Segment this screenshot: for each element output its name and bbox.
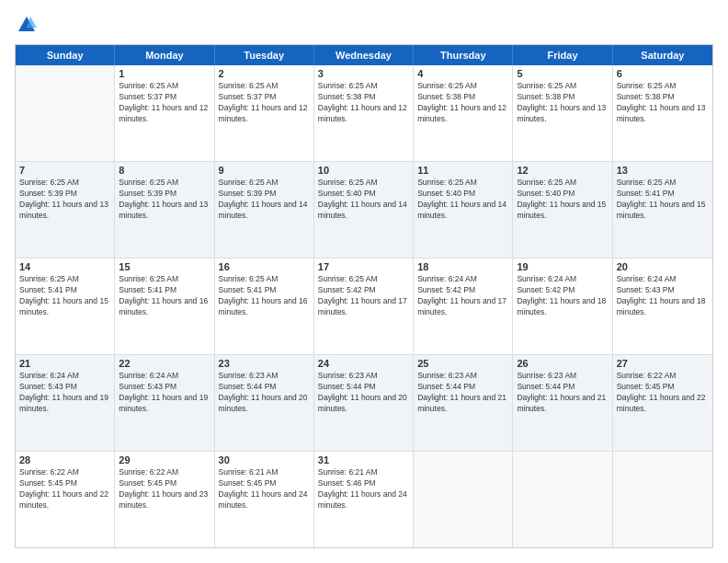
calendar-cell: 20Sunrise: 6:24 AM Sunset: 5:43 PM Dayli… <box>613 259 712 354</box>
day-info: Sunrise: 6:24 AM Sunset: 5:42 PM Dayligh… <box>417 274 508 318</box>
day-info: Sunrise: 6:25 AM Sunset: 5:38 PM Dayligh… <box>417 81 508 125</box>
day-info: Sunrise: 6:25 AM Sunset: 5:38 PM Dayligh… <box>318 81 409 125</box>
calendar-cell: 14Sunrise: 6:25 AM Sunset: 5:41 PM Dayli… <box>16 259 115 354</box>
day-info: Sunrise: 6:25 AM Sunset: 5:39 PM Dayligh… <box>19 178 110 222</box>
calendar-body: 1Sunrise: 6:25 AM Sunset: 5:37 PM Daylig… <box>16 65 712 547</box>
day-info: Sunrise: 6:22 AM Sunset: 5:45 PM Dayligh… <box>19 467 110 511</box>
calendar-row: 14Sunrise: 6:25 AM Sunset: 5:41 PM Dayli… <box>16 259 712 355</box>
day-number: 1 <box>119 68 210 79</box>
day-info: Sunrise: 6:25 AM Sunset: 5:39 PM Dayligh… <box>119 178 210 222</box>
day-info: Sunrise: 6:25 AM Sunset: 5:38 PM Dayligh… <box>517 81 608 125</box>
calendar-cell: 16Sunrise: 6:25 AM Sunset: 5:41 PM Dayli… <box>215 259 314 354</box>
calendar-cell: 12Sunrise: 6:25 AM Sunset: 5:40 PM Dayli… <box>513 162 612 258</box>
calendar-cell: 30Sunrise: 6:21 AM Sunset: 5:45 PM Dayli… <box>215 452 314 547</box>
calendar-cell: 4Sunrise: 6:25 AM Sunset: 5:38 PM Daylig… <box>414 65 513 161</box>
day-info: Sunrise: 6:24 AM Sunset: 5:43 PM Dayligh… <box>19 371 110 415</box>
day-number: 27 <box>617 358 709 369</box>
day-number: 3 <box>318 68 409 79</box>
day-number: 24 <box>318 358 409 369</box>
day-info: Sunrise: 6:25 AM Sunset: 5:38 PM Dayligh… <box>617 81 709 125</box>
day-number: 23 <box>219 358 310 369</box>
calendar-cell: 21Sunrise: 6:24 AM Sunset: 5:43 PM Dayli… <box>16 355 115 451</box>
day-number: 4 <box>417 68 508 79</box>
day-number: 15 <box>119 261 210 272</box>
day-number: 21 <box>19 358 110 369</box>
day-info: Sunrise: 6:25 AM Sunset: 5:41 PM Dayligh… <box>19 274 110 318</box>
day-number: 12 <box>517 165 608 176</box>
logo-icon <box>17 15 37 35</box>
day-info: Sunrise: 6:25 AM Sunset: 5:41 PM Dayligh… <box>219 274 310 318</box>
day-info: Sunrise: 6:25 AM Sunset: 5:40 PM Dayligh… <box>318 178 409 222</box>
calendar-cell <box>513 452 612 547</box>
day-info: Sunrise: 6:23 AM Sunset: 5:44 PM Dayligh… <box>517 371 608 415</box>
calendar-cell: 3Sunrise: 6:25 AM Sunset: 5:38 PM Daylig… <box>314 65 414 161</box>
weekday-header: Saturday <box>613 45 712 65</box>
day-number: 18 <box>417 261 508 272</box>
day-number: 16 <box>219 261 310 272</box>
calendar-cell: 24Sunrise: 6:23 AM Sunset: 5:44 PM Dayli… <box>314 355 414 451</box>
day-number: 10 <box>318 165 409 176</box>
calendar-cell: 26Sunrise: 6:23 AM Sunset: 5:44 PM Dayli… <box>513 355 612 451</box>
calendar-cell: 15Sunrise: 6:25 AM Sunset: 5:41 PM Dayli… <box>115 259 214 354</box>
calendar-row: 1Sunrise: 6:25 AM Sunset: 5:37 PM Daylig… <box>16 65 712 162</box>
logo <box>15 15 37 35</box>
day-number: 30 <box>219 454 310 465</box>
calendar-page: SundayMondayTuesdayWednesdayThursdayFrid… <box>0 0 728 563</box>
day-number: 22 <box>119 358 210 369</box>
weekday-header: Tuesday <box>215 45 314 65</box>
calendar-cell: 5Sunrise: 6:25 AM Sunset: 5:38 PM Daylig… <box>513 65 612 161</box>
day-info: Sunrise: 6:25 AM Sunset: 5:37 PM Dayligh… <box>119 81 210 125</box>
day-number: 14 <box>19 261 110 272</box>
day-info: Sunrise: 6:24 AM Sunset: 5:43 PM Dayligh… <box>617 274 709 318</box>
day-info: Sunrise: 6:23 AM Sunset: 5:44 PM Dayligh… <box>417 371 508 415</box>
calendar-cell: 22Sunrise: 6:24 AM Sunset: 5:43 PM Dayli… <box>115 355 214 451</box>
day-number: 6 <box>617 68 709 79</box>
day-info: Sunrise: 6:23 AM Sunset: 5:44 PM Dayligh… <box>219 371 310 415</box>
day-number: 25 <box>417 358 508 369</box>
calendar-cell: 2Sunrise: 6:25 AM Sunset: 5:37 PM Daylig… <box>215 65 314 161</box>
day-number: 5 <box>517 68 608 79</box>
day-info: Sunrise: 6:24 AM Sunset: 5:43 PM Dayligh… <box>119 371 210 415</box>
weekday-header: Sunday <box>16 45 115 65</box>
day-number: 7 <box>19 165 110 176</box>
day-info: Sunrise: 6:23 AM Sunset: 5:44 PM Dayligh… <box>318 371 409 415</box>
calendar-cell <box>414 452 513 547</box>
day-info: Sunrise: 6:22 AM Sunset: 5:45 PM Dayligh… <box>119 467 210 511</box>
calendar-cell: 23Sunrise: 6:23 AM Sunset: 5:44 PM Dayli… <box>215 355 314 451</box>
day-info: Sunrise: 6:25 AM Sunset: 5:41 PM Dayligh… <box>119 274 210 318</box>
calendar-cell: 28Sunrise: 6:22 AM Sunset: 5:45 PM Dayli… <box>16 452 115 547</box>
day-info: Sunrise: 6:21 AM Sunset: 5:45 PM Dayligh… <box>219 467 310 511</box>
calendar-cell: 27Sunrise: 6:22 AM Sunset: 5:45 PM Dayli… <box>613 355 712 451</box>
calendar-row: 21Sunrise: 6:24 AM Sunset: 5:43 PM Dayli… <box>16 355 712 452</box>
calendar-cell: 8Sunrise: 6:25 AM Sunset: 5:39 PM Daylig… <box>115 162 214 258</box>
day-info: Sunrise: 6:24 AM Sunset: 5:42 PM Dayligh… <box>517 274 608 318</box>
calendar-cell: 29Sunrise: 6:22 AM Sunset: 5:45 PM Dayli… <box>115 452 214 547</box>
day-number: 11 <box>417 165 508 176</box>
calendar-cell: 1Sunrise: 6:25 AM Sunset: 5:37 PM Daylig… <box>115 65 214 161</box>
calendar-row: 7Sunrise: 6:25 AM Sunset: 5:39 PM Daylig… <box>16 162 712 259</box>
day-number: 29 <box>119 454 210 465</box>
calendar-cell: 11Sunrise: 6:25 AM Sunset: 5:40 PM Dayli… <box>414 162 513 258</box>
day-info: Sunrise: 6:22 AM Sunset: 5:45 PM Dayligh… <box>617 371 709 415</box>
calendar-cell: 10Sunrise: 6:25 AM Sunset: 5:40 PM Dayli… <box>314 162 414 258</box>
calendar-cell: 7Sunrise: 6:25 AM Sunset: 5:39 PM Daylig… <box>16 162 115 258</box>
calendar-cell: 31Sunrise: 6:21 AM Sunset: 5:46 PM Dayli… <box>314 452 414 547</box>
day-number: 17 <box>318 261 409 272</box>
day-info: Sunrise: 6:21 AM Sunset: 5:46 PM Dayligh… <box>318 467 409 511</box>
calendar-cell: 18Sunrise: 6:24 AM Sunset: 5:42 PM Dayli… <box>414 259 513 354</box>
day-number: 28 <box>19 454 110 465</box>
day-info: Sunrise: 6:25 AM Sunset: 5:42 PM Dayligh… <box>318 274 409 318</box>
calendar-cell: 9Sunrise: 6:25 AM Sunset: 5:39 PM Daylig… <box>215 162 314 258</box>
calendar-cell: 17Sunrise: 6:25 AM Sunset: 5:42 PM Dayli… <box>314 259 414 354</box>
day-info: Sunrise: 6:25 AM Sunset: 5:39 PM Dayligh… <box>219 178 310 222</box>
day-number: 20 <box>617 261 709 272</box>
calendar-cell: 25Sunrise: 6:23 AM Sunset: 5:44 PM Dayli… <box>414 355 513 451</box>
weekday-header: Friday <box>513 45 612 65</box>
calendar-cell: 13Sunrise: 6:25 AM Sunset: 5:41 PM Dayli… <box>613 162 712 258</box>
calendar-cell: 6Sunrise: 6:25 AM Sunset: 5:38 PM Daylig… <box>613 65 712 161</box>
day-number: 8 <box>119 165 210 176</box>
calendar-cell <box>613 452 712 547</box>
header <box>15 15 713 35</box>
calendar-cell <box>16 65 115 161</box>
weekday-header: Wednesday <box>314 45 414 65</box>
